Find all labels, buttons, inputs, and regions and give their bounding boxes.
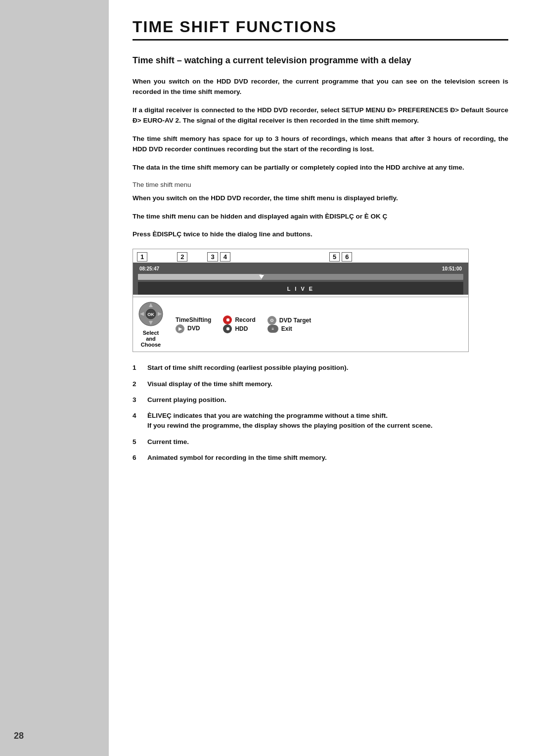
list-text-2: Visual display of the time shift memory.: [147, 379, 508, 389]
page-number: 28: [14, 731, 109, 741]
list-item-1: 1 Start of time shift recording (earlies…: [133, 363, 508, 373]
record-label: Record: [235, 316, 255, 324]
list-text-5: Current time.: [147, 437, 508, 447]
time-shift-diagram: 1 2 3 4 5 6 08:25:47 10:51:00 L I V E: [133, 249, 469, 352]
sub-paragraph-1: When you switch on the HDD DVD recorder,…: [133, 193, 508, 204]
record-control: ⏺ Record ⏺ HDD: [223, 315, 255, 333]
subsection-title: The time shift menu: [133, 181, 508, 188]
diagram-num-2: 2: [177, 252, 187, 262]
main-content: TIME SHIFT FUNCTIONS Time shift – watchi…: [109, 0, 534, 756]
list-text-1: Start of time shift recording (earliest …: [147, 363, 508, 373]
list-item-3: 3 Current playing position.: [133, 395, 508, 405]
dvd-item: ▶ DVD: [176, 324, 211, 333]
dvd-label: DVD: [187, 324, 200, 333]
time-start: 08:25:47: [138, 266, 161, 272]
list-num-5: 5: [133, 437, 140, 447]
timeshifting-label: TimeShifting: [176, 316, 211, 324]
hdd-button-icon: ⏺: [223, 324, 232, 333]
dvd-target-control: ⊙ DVD Target ≡ Exit: [267, 316, 311, 333]
list-num-4: 4: [133, 411, 140, 431]
diagram-num-6: 6: [342, 252, 352, 262]
list-item-5: 5 Current time.: [133, 437, 508, 447]
list-item-2: 2 Visual display of the time shift memor…: [133, 379, 508, 389]
controls-row: OK SelectandChoose TimeShifting ▶ DVD: [133, 297, 468, 352]
timeshifting-control: TimeShifting ▶ DVD: [176, 316, 211, 333]
dpad-icon: OK: [138, 301, 164, 327]
sidebar: 28: [0, 0, 109, 756]
record-item: ⏺ Record: [223, 315, 255, 324]
list-num-1: 1: [133, 363, 140, 373]
paragraph-4: The data in the time shift memory can be…: [133, 163, 508, 173]
exit-button-icon: ≡: [267, 325, 278, 333]
list-item-4: 4 ÈLIVEÇ indicates that you are watching…: [133, 411, 508, 431]
dvd-button-icon: ▶: [176, 324, 184, 333]
diagram-num-3: 3: [207, 252, 218, 262]
hdd-label: HDD: [235, 325, 248, 333]
sub-paragraph-2: The time shift menu can be hidden and di…: [133, 212, 508, 222]
hdd-item: ⏺ HDD: [223, 324, 255, 333]
list-text-4: ÈLIVEÇ indicates that you are watching t…: [147, 411, 508, 431]
diagram-num-4: 4: [220, 252, 230, 262]
live-label: L I V E: [287, 286, 314, 292]
time-end: 10:51:00: [441, 266, 463, 272]
progress-track: [138, 274, 463, 280]
page-title: TIME SHIFT FUNCTIONS: [133, 18, 508, 41]
live-bar: L I V E: [138, 282, 463, 295]
paragraph-3: The time shift memory has space for up t…: [133, 134, 508, 155]
time-row: 08:25:47 10:51:00: [137, 266, 464, 272]
dvd-target-item: ⊙ DVD Target: [267, 316, 311, 325]
diagram-numbers-row: 1 2 3 4 5 6: [133, 249, 468, 263]
svg-text:OK: OK: [147, 312, 154, 317]
timeshifting-item: TimeShifting: [176, 316, 211, 324]
dvd-target-icon: ⊙: [267, 316, 276, 325]
paragraph-1: When you switch on the HDD DVD recorder,…: [133, 77, 508, 97]
diagram-num-5: 5: [329, 252, 340, 262]
exit-label: Exit: [281, 325, 292, 333]
diagram-num-1: 1: [137, 252, 147, 262]
section-subtitle: Time shift – watching a current televisi…: [133, 54, 508, 67]
record-button-icon: ⏺: [223, 315, 232, 324]
list-num-6: 6: [133, 453, 140, 463]
dpad-control: OK SelectandChoose: [138, 301, 164, 348]
progress-bar-area: 08:25:47 10:51:00 L I V E: [133, 263, 468, 295]
list-item-6: 6 Animated symbol for recording in the t…: [133, 453, 508, 463]
list-text-6: Animated symbol for recording in the tim…: [147, 453, 508, 463]
sub-paragraph-3: Press ÈDISPLÇ twice to hide the dialog l…: [133, 229, 508, 240]
list-num-3: 3: [133, 395, 140, 405]
paragraph-2: If a digital receiver is connected to th…: [133, 105, 508, 126]
progress-marker: [259, 275, 264, 279]
list-num-2: 2: [133, 379, 140, 389]
exit-item: ≡ Exit: [267, 325, 311, 333]
progress-fill: [138, 274, 262, 280]
list-text-3: Current playing position.: [147, 395, 508, 405]
dpad-label: SelectandChoose: [138, 330, 164, 348]
numbered-list: 1 Start of time shift recording (earlies…: [133, 363, 508, 463]
dvd-target-label: DVD Target: [279, 316, 311, 325]
